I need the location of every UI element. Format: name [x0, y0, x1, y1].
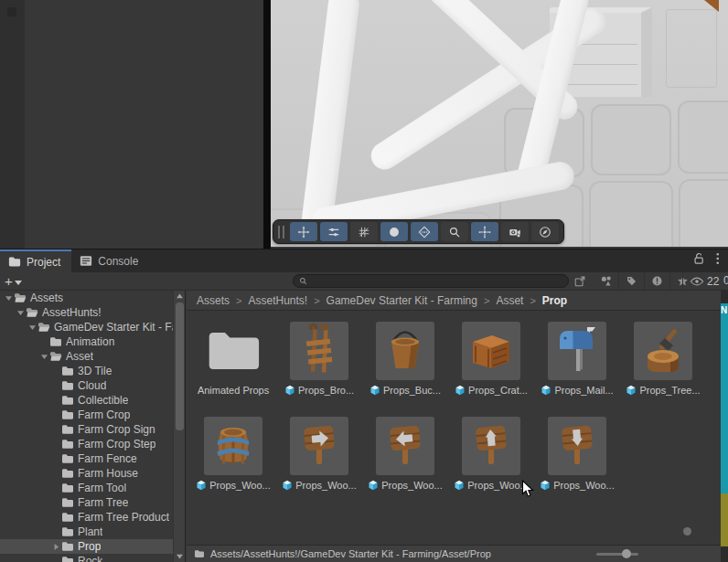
center-pivot-button[interactable] — [471, 222, 498, 241]
tree-item-assethunts[interactable]: AssetHunts! — [0, 305, 186, 320]
tree-item-assets[interactable]: Assets — [0, 291, 186, 305]
tree-item-label: 3D Tile — [78, 365, 112, 377]
slider-knob[interactable] — [622, 549, 631, 558]
asset-tile-props-bro[interactable]: Props_Bro... — [289, 322, 349, 397]
tree-item-farm-fence[interactable]: Farm Fence — [0, 451, 186, 466]
tree-item-farm-house[interactable]: Farm House — [0, 466, 186, 481]
panel-divider[interactable] — [263, 0, 271, 249]
scene-search-button[interactable] — [441, 222, 468, 241]
search-by-label-icon[interactable] — [618, 272, 644, 290]
asset-tile-props-woo[interactable]: Props_Woo... — [289, 417, 349, 492]
folder-open-icon — [14, 292, 27, 303]
ground-tile — [679, 179, 728, 247]
search-icon — [299, 277, 307, 285]
grid-snap-button[interactable] — [350, 222, 378, 241]
asset-label-text: Animated Props — [198, 385, 269, 396]
sliver-olive — [721, 493, 728, 546]
asset-label: Props_Woo... — [289, 479, 349, 492]
tree-item-label: Plant — [78, 525, 102, 538]
scrollbar-thumb[interactable] — [176, 302, 184, 430]
tree-item-prop[interactable]: Prop — [0, 539, 186, 554]
tree-item-rock[interactable]: Rock — [0, 554, 186, 562]
folder-icon — [61, 526, 75, 537]
asset-tile-props-mail[interactable]: Props_Mail... — [547, 322, 607, 397]
asset-label-text: Props_Woo... — [553, 480, 614, 491]
tree-item-asset[interactable]: Asset — [0, 349, 186, 364]
scroll-dot — [683, 527, 691, 535]
asset-tile-animated-props[interactable]: Animated Props — [203, 322, 263, 397]
tree-item-cloud[interactable]: Cloud — [0, 378, 186, 393]
asset-tile-props-woo[interactable]: Props_Woo... — [203, 417, 263, 492]
asset-tile-props-tree[interactable]: Props_Tree... — [633, 322, 693, 397]
tree-scrollbar[interactable] — [173, 291, 185, 562]
chevron-down-icon[interactable] — [16, 305, 26, 320]
tree-arrow-spacer — [51, 364, 61, 378]
asset-tile-props-woo[interactable]: Props_Woo... — [461, 417, 521, 492]
menu-kebab-icon[interactable] — [716, 252, 720, 265]
chevron-right-icon[interactable] — [51, 539, 61, 554]
gridsnap-icon — [358, 226, 370, 239]
tree-item-3d-tile[interactable]: 3D Tile — [0, 364, 186, 378]
scroll-up-icon[interactable] — [174, 291, 186, 302]
folder-icon — [49, 336, 63, 347]
add-asset-button[interactable]: + — [5, 272, 22, 290]
toolbar-drag-handle[interactable] — [278, 226, 284, 239]
breadcrumb-item-assets[interactable]: Assets — [195, 294, 231, 307]
folder-icon — [61, 439, 75, 450]
tree-item-gamedev-starter-kit-farming[interactable]: GameDev Starter Kit - Farming — [0, 320, 186, 334]
tab-label: Console — [98, 255, 138, 268]
asset-tile-props-woo[interactable]: Props_Woo... — [375, 417, 435, 492]
tab-console[interactable]: Console — [71, 249, 149, 272]
orientation-compass-button[interactable] — [531, 222, 559, 241]
breadcrumb-item-assethunts[interactable]: AssetHunts! — [246, 294, 309, 307]
thumbnail-size-slider[interactable] — [596, 553, 638, 556]
ground-tile — [591, 104, 671, 175]
magnifier-icon — [448, 226, 461, 239]
tree-item-farm-tree-product[interactable]: Farm Tree Product — [0, 510, 186, 525]
tree-arrow-spacer — [51, 554, 61, 562]
open-search-window-icon[interactable] — [573, 275, 586, 288]
tree-item-plant[interactable]: Plant — [0, 525, 186, 539]
breadcrumb-item-gamedev-starter-kit-farming[interactable]: GameDev Starter Kit - Farming — [325, 294, 479, 307]
effects-toggle-button[interactable] — [411, 222, 438, 241]
search-field — [293, 274, 569, 288]
asset-tile-props-buc[interactable]: Props_Buc... — [375, 322, 435, 397]
scene-viewport[interactable] — [271, 0, 728, 247]
asset-tile-props-crat[interactable]: Props_Crat... — [461, 322, 521, 397]
asset-label-text: Props_Bro... — [298, 385, 354, 396]
unlock-icon[interactable] — [693, 252, 704, 265]
tree-item-farm-tool[interactable]: Farm Tool — [0, 481, 186, 495]
prefab-cube-icon — [455, 385, 466, 396]
tree-arrow-spacer — [51, 437, 61, 451]
visibility-toggle[interactable]: 22 — [682, 272, 719, 290]
chevron-down-icon[interactable] — [27, 320, 37, 334]
asset-label: Props_Mail... — [547, 384, 607, 397]
folder-icon — [61, 409, 75, 420]
tree-item-animation[interactable]: Animation — [0, 334, 186, 349]
scene-camera-button[interactable] — [501, 222, 529, 241]
tree-item-label: Farm Tree — [78, 496, 128, 509]
tab-project[interactable]: Project — [0, 249, 71, 272]
search-by-type-icon[interactable] — [593, 272, 618, 290]
mouse-cursor — [521, 480, 535, 499]
chevron-down-icon[interactable] — [4, 291, 14, 305]
move-tool-button[interactable] — [290, 222, 317, 241]
alert-icon[interactable] — [644, 272, 669, 290]
asset-tile-props-woo[interactable]: Props_Woo... — [547, 417, 607, 492]
tree-arrow-spacer — [51, 510, 61, 525]
gizmos-toggle-button[interactable] — [380, 222, 408, 241]
tool-settings-button[interactable] — [320, 222, 348, 241]
chevron-down-icon[interactable] — [39, 349, 49, 364]
folder-tree: AssetsAssetHunts!GameDev Starter Kit - F… — [0, 291, 174, 562]
folder-icon — [61, 453, 75, 464]
prefab-cube-icon — [626, 385, 637, 396]
tree-item-farm-crop-step[interactable]: Farm Crop Step — [0, 437, 186, 451]
tree-item-farm-crop-sign[interactable]: Farm Crop Sign — [0, 422, 186, 437]
tree-item-collectible[interactable]: Collectible — [0, 393, 186, 408]
tree-item-farm-tree[interactable]: Farm Tree — [0, 495, 186, 510]
breadcrumb-item-asset[interactable]: Asset — [494, 294, 525, 307]
breadcrumb-item-prop[interactable]: Prop — [541, 294, 569, 307]
tree-item-farm-crop[interactable]: Farm Crop — [0, 408, 186, 422]
scroll-down-icon[interactable] — [174, 551, 186, 562]
search-input[interactable] — [311, 276, 562, 287]
